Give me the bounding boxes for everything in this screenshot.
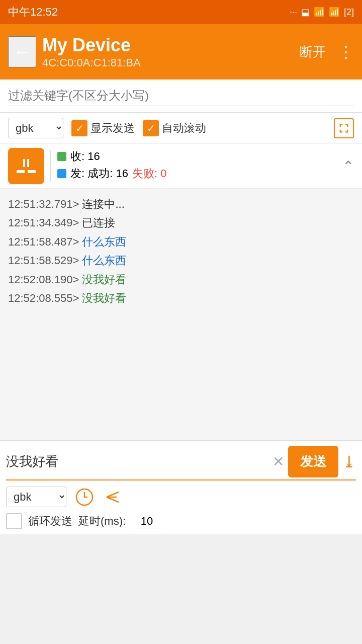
- svg-line-1: [107, 492, 119, 497]
- signal-icon: 📶: [314, 7, 325, 18]
- received-count: 收: 16: [70, 149, 100, 164]
- signal-dots-icon: ···: [290, 7, 297, 18]
- expand-down-button[interactable]: ⤓: [342, 452, 356, 471]
- auto-scroll-checkbox[interactable]: ✓: [143, 120, 159, 136]
- bottom-controls: gbk utf-8: [6, 487, 356, 507]
- battery-icon: [2]: [344, 7, 354, 18]
- log-area: 12:51:32.791> 连接中...12:51:34.349> 已连接12:…: [0, 189, 362, 440]
- log-line: 12:52:08.555> 没我好看: [8, 289, 354, 307]
- loop-send-checkbox[interactable]: [6, 513, 22, 529]
- wifi-icon: 📶: [329, 7, 340, 18]
- loop-send-label: 循环发送: [28, 514, 72, 529]
- toolbar-actions: 断开 ⋮: [296, 41, 354, 63]
- sent-success: 发: 成功: 16: [70, 166, 128, 181]
- sent-fail: 失败: 0: [132, 166, 166, 181]
- log-line: 12:51:32.791> 连接中...: [8, 195, 354, 213]
- sent-line: 发: 成功: 16 失败: 0: [57, 166, 336, 181]
- message-input[interactable]: [6, 451, 268, 472]
- send-button[interactable]: 发送: [288, 446, 338, 477]
- stats-row: 收: 16 发: 成功: 16 失败: 0 ⌃: [0, 144, 362, 189]
- bluetooth-icon: ⬓: [301, 7, 310, 18]
- received-dot: [57, 152, 66, 161]
- encoding-select[interactable]: gbk utf-8: [8, 118, 63, 138]
- input-row: ✕ 发送 ⤓: [6, 446, 356, 480]
- back-button[interactable]: ←: [8, 36, 36, 67]
- filter-section: [0, 79, 362, 113]
- toolbar: ← My Device 4C:C0:0A:C1:81:BA 断开 ⋮: [0, 24, 362, 79]
- status-icons: ··· ⬓ 📶 📶 [2]: [290, 7, 354, 18]
- controls-row: gbk utf-8 ✓ 显示发送 ✓ 自动滚动: [0, 113, 362, 144]
- log-line: 12:51:34.349> 已连接: [8, 213, 354, 232]
- received-line: 收: 16: [57, 149, 336, 164]
- log-line: 12:51:58.529> 什么东西: [8, 251, 354, 270]
- stats-divider: [50, 150, 51, 182]
- disconnect-button[interactable]: 断开: [296, 41, 330, 63]
- device-name: My Device: [42, 34, 290, 56]
- auto-scroll-label: ✓ 自动滚动: [143, 120, 206, 136]
- bottom-input-area: ✕ 发送 ⤓ gbk utf-8 循环发送 延时(ms):: [0, 440, 362, 534]
- log-line: 12:52:08.190> 没我好看: [8, 270, 354, 289]
- delay-label: 延时(ms):: [78, 514, 126, 529]
- collapse-button[interactable]: ⌃: [342, 158, 354, 175]
- more-button[interactable]: ⋮: [338, 42, 354, 61]
- sent-dot: [57, 169, 66, 178]
- status-bar: 中午12:52 ··· ⬓ 📶 📶 [2]: [0, 0, 362, 24]
- clear-input-button[interactable]: ✕: [273, 453, 284, 470]
- device-mac: 4C:C0:0A:C1:81:BA: [42, 56, 290, 69]
- encoding-select-bottom[interactable]: gbk utf-8: [6, 487, 66, 507]
- fullscreen-button[interactable]: [334, 118, 354, 138]
- log-line: 12:51:58.487> 什么东西: [8, 232, 354, 251]
- loop-row: 循环发送 延时(ms):: [6, 513, 356, 529]
- history-button[interactable]: [74, 487, 95, 507]
- show-send-label: ✓ 显示发送: [71, 120, 135, 136]
- status-time: 中午12:52: [8, 5, 58, 20]
- show-send-checkbox[interactable]: ✓: [71, 120, 87, 136]
- send-template-button[interactable]: [103, 487, 123, 507]
- stats-info: 收: 16 发: 成功: 16 失败: 0: [57, 149, 336, 183]
- toolbar-title-area: My Device 4C:C0:0A:C1:81:BA: [42, 34, 290, 69]
- svg-line-2: [107, 497, 119, 502]
- filter-input[interactable]: [8, 86, 354, 106]
- pause-stop-button[interactable]: [8, 148, 44, 184]
- delay-input[interactable]: [132, 515, 162, 528]
